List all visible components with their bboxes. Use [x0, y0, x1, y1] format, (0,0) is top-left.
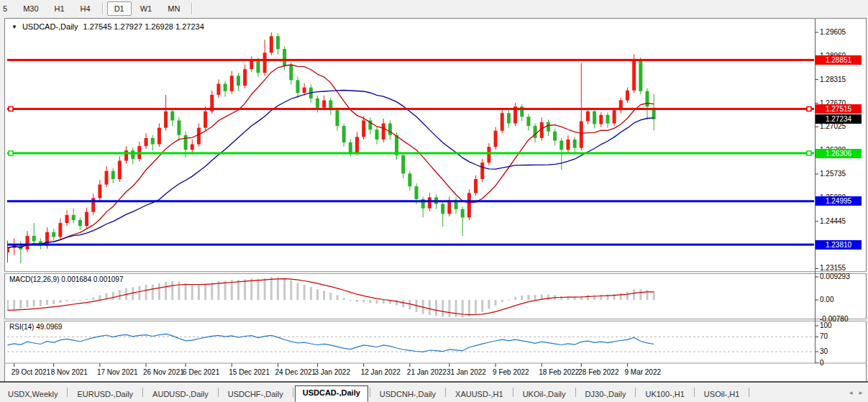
- tab-separator: [749, 388, 749, 397]
- date-label: 24 Dec 2021: [275, 368, 316, 376]
- tab-separator: [445, 388, 446, 397]
- candle: [573, 137, 577, 154]
- tab-audusd-daily[interactable]: AUDUSD-,Daily: [145, 387, 216, 401]
- chart-tab-bar: USDX,WeeklyEURUSD-,DailyAUDUSD-,DailyUSD…: [0, 383, 868, 402]
- rsi-tick-label: 70: [820, 332, 828, 340]
- candle: [270, 32, 273, 55]
- date-label: 8 Nov 2021: [51, 368, 88, 376]
- date-label: 9 Feb 2022: [493, 368, 529, 376]
- candle: [230, 71, 234, 94]
- candle: [566, 135, 570, 152]
- candle: [204, 106, 207, 131]
- candle: [237, 73, 240, 91]
- tabs-scroll-left-icon[interactable]: ◄: [848, 390, 858, 402]
- hline-handle[interactable]: [807, 106, 811, 111]
- candle: [52, 229, 55, 241]
- tab-uk100-h1[interactable]: UK100-,H1: [637, 387, 692, 401]
- hline-1-28851[interactable]: [7, 59, 814, 61]
- hline-handle[interactable]: [807, 151, 811, 155]
- panel-splitter-macd[interactable]: [4, 271, 867, 274]
- hline-price-tag: 1.24995: [816, 196, 862, 206]
- tab-usdcad-daily[interactable]: USDCAD-,Daily: [295, 385, 368, 402]
- candle: [216, 79, 220, 97]
- tab-separator: [635, 388, 636, 397]
- macd-name: MACD(12,26,9): [9, 275, 59, 283]
- candle: [151, 135, 155, 150]
- candle: [421, 196, 425, 217]
- hline-1-27515[interactable]: [7, 106, 814, 111]
- candle: [243, 65, 247, 88]
- candle: [105, 166, 109, 187]
- candle: [32, 223, 36, 245]
- chart-canvas[interactable]: [0, 0, 868, 402]
- candle: [224, 81, 227, 96]
- candle: [501, 109, 504, 133]
- tabs-scroll-right-icon[interactable]: ►: [858, 390, 868, 402]
- hline-handle[interactable]: [9, 106, 13, 111]
- date-label: 26 Nov 2021: [143, 368, 184, 376]
- date-label: 28 Feb 2022: [578, 368, 618, 376]
- candle: [210, 91, 214, 114]
- candle: [474, 175, 478, 196]
- hline-1-24995[interactable]: [7, 200, 814, 202]
- hline-price-tag: 1.23810: [816, 240, 862, 250]
- candle: [303, 83, 306, 96]
- tab-ukoil-daily[interactable]: UKOil-,Daily: [515, 387, 574, 401]
- tab-eurusd-daily[interactable]: EURUSD-,Daily: [69, 387, 141, 401]
- tab-separator: [142, 388, 143, 397]
- tab-usdx-weekly[interactable]: USDX,Weekly: [0, 387, 65, 401]
- candle: [342, 124, 346, 147]
- candle: [461, 206, 465, 236]
- candle: [639, 58, 642, 94]
- tab-usdcnh-daily[interactable]: USDCNH-,Daily: [372, 387, 444, 401]
- candle: [111, 168, 115, 183]
- price-tick-label: 1.29605: [820, 28, 846, 36]
- tab-separator: [293, 388, 293, 397]
- candle: [78, 217, 82, 230]
- candle: [645, 88, 649, 120]
- hline-1-26306[interactable]: [7, 151, 814, 155]
- rsi-label: RSI(14) 49.0969: [9, 323, 62, 331]
- candle: [72, 209, 76, 223]
- tab-separator: [67, 388, 68, 397]
- macd-signal-value: 0.001097: [93, 275, 124, 283]
- price-tick-label: 1.28315: [820, 76, 846, 83]
- candle: [652, 93, 656, 130]
- date-label: 9 Mar 2022: [624, 368, 661, 376]
- rsi-level-lines: [7, 337, 814, 352]
- candle: [131, 147, 134, 164]
- candles-series: [6, 32, 656, 263]
- rsi-tick-label: 30: [820, 347, 828, 355]
- tab-dj30-daily[interactable]: DJ30-,Daily: [577, 387, 634, 401]
- tab-separator: [694, 388, 695, 397]
- candle: [580, 63, 583, 151]
- candle: [137, 142, 141, 162]
- candle: [441, 201, 444, 227]
- candle: [494, 127, 498, 150]
- panel-splitter-rsi[interactable]: [4, 319, 867, 321]
- candle: [382, 119, 385, 142]
- chart-ohlc-values: 1.27545 1.27927 1.26928 1.27234: [83, 22, 204, 31]
- tab-usoil-h1[interactable]: USOil-,H1: [696, 387, 748, 401]
- candle: [65, 210, 69, 226]
- tab-xauusd-h1[interactable]: XAUUSD-,H1: [447, 387, 511, 401]
- hline-1-23810[interactable]: [7, 244, 814, 246]
- macd-tick-label: 0.009293: [820, 273, 850, 280]
- date-label: 15 Dec 2021: [229, 368, 270, 376]
- candle: [454, 197, 458, 214]
- candle: [336, 108, 339, 131]
- hline-price-tag: 1.26306: [816, 149, 862, 158]
- candle: [355, 132, 359, 155]
- tab-separator: [370, 388, 370, 397]
- ma-fast-line: [8, 65, 654, 248]
- candle: [553, 129, 557, 145]
- tab-usdchf-daily[interactable]: USDCHF-,Daily: [220, 387, 291, 401]
- candle: [447, 196, 451, 216]
- date-label: 17 Nov 2021: [97, 368, 138, 376]
- candle: [507, 110, 511, 127]
- candle: [388, 120, 392, 139]
- date-label: 29 Oct 2021: [12, 368, 50, 376]
- hline-handle[interactable]: [9, 151, 13, 155]
- rsi-name: RSI(14): [9, 323, 34, 331]
- candle: [289, 63, 293, 85]
